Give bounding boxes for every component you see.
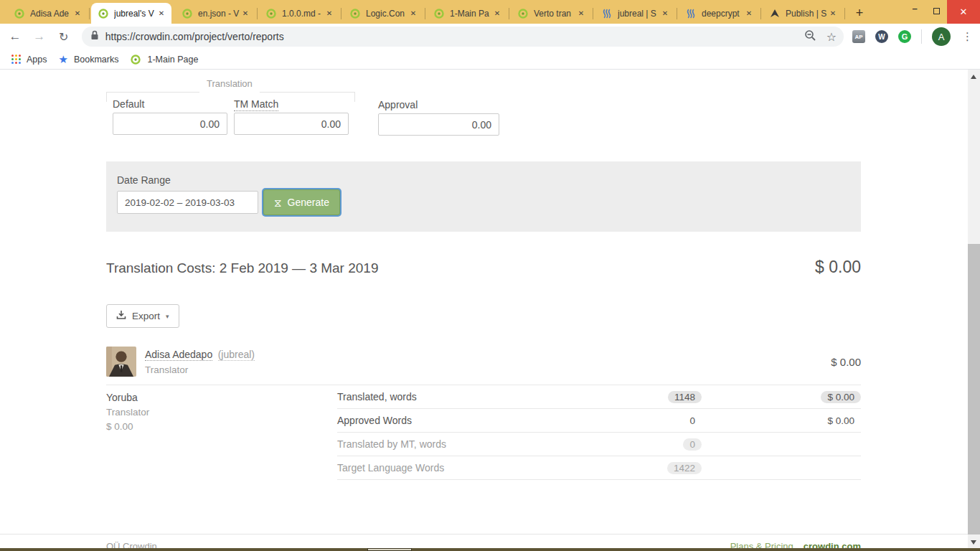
zoom-page-icon[interactable]	[804, 29, 816, 44]
crowdin-favicon-icon	[517, 8, 529, 19]
browser-tab-verto[interactable]: Verto tran	[511, 4, 591, 24]
close-icon[interactable]	[743, 8, 755, 19]
close-icon[interactable]	[659, 8, 671, 19]
approval-rate-input[interactable]	[378, 113, 499, 136]
caret-down-icon	[166, 313, 169, 320]
busy-favicon-icon	[769, 8, 781, 19]
browser-tab-enjson[interactable]: en.json - V	[175, 4, 255, 24]
close-icon[interactable]	[827, 8, 839, 19]
vertical-scrollbar[interactable]	[968, 70, 980, 551]
close-icon[interactable]	[575, 8, 587, 19]
restore-button[interactable]	[925, 0, 947, 22]
row-count-badge: 1148	[668, 391, 702, 403]
row-label: Translated, words	[337, 391, 623, 402]
browser-titlebar: Adisa Ade jubreal's V en.json - V 1.0.0.…	[0, 0, 980, 24]
page-content: Translation Default TM Match Approval Da…	[0, 70, 968, 551]
tab-title: deepcrypt	[702, 9, 743, 19]
generate-button[interactable]: Generate	[263, 189, 340, 215]
browser-tab-mainpage[interactable]: 1-Main Pa	[427, 4, 507, 24]
back-icon[interactable]	[6, 27, 24, 46]
date-range-label: Date Range	[117, 174, 171, 186]
tab-title: 1.0.0.md -	[282, 9, 324, 19]
bookmarks-bar: Apps Bookmarks 1-Main Page	[0, 50, 980, 70]
row-cost: $ 0.00	[827, 415, 861, 426]
profile-avatar[interactable]: A	[932, 27, 951, 46]
scrollbar-thumb[interactable]	[968, 244, 980, 534]
close-icon[interactable]	[156, 8, 167, 19]
row-cost-badge: $ 0.00	[821, 391, 861, 403]
tab-title: Verto tran	[534, 9, 575, 19]
report-total-cost: $ 0.00	[815, 258, 861, 277]
user-row: Adisa Adedapo (jubreal) Translator $ 0.0…	[106, 347, 861, 377]
close-icon[interactable]	[407, 8, 419, 19]
default-rate-input[interactable]	[113, 113, 227, 135]
tab-title: jubreal's V	[114, 9, 156, 19]
costs-table: Yoruba Translator $ 0.00 Translated, wor…	[106, 385, 861, 480]
bookmark-bookmarks-folder[interactable]: Bookmarks	[59, 53, 119, 66]
language-role: Translator	[106, 407, 337, 418]
bookmark-apps[interactable]: Apps	[11, 55, 47, 65]
hourglass-icon	[274, 197, 282, 208]
browser-tab-jubreal-steemit[interactable]: jubreal | S	[595, 4, 675, 24]
reload-icon[interactable]	[55, 27, 73, 46]
bookmark-main-page[interactable]: 1-Main Page	[130, 54, 198, 65]
crowdin-favicon-icon	[98, 8, 109, 19]
user-name-link[interactable]: Adisa Adedapo	[145, 349, 212, 361]
minimize-button[interactable]	[904, 0, 925, 19]
table-row-translated-words: Translated, words 1148 $ 0.00	[337, 385, 861, 409]
browser-toolbar: https://crowdin.com/project/verto/report…	[0, 24, 980, 50]
tab-title: jubreal | S	[618, 9, 659, 19]
chrome-menu-icon[interactable]	[962, 30, 973, 43]
crowdin-favicon-icon	[265, 8, 277, 19]
date-range-input[interactable]	[117, 191, 258, 214]
extensions-area: AP W G A	[852, 27, 980, 46]
user-username-link[interactable]: (jubreal)	[218, 349, 255, 361]
forward-icon[interactable]	[30, 27, 49, 46]
user-meta: Adisa Adedapo (jubreal) Translator	[145, 348, 831, 375]
crowdin-favicon-icon	[349, 8, 361, 19]
browser-tab-logic[interactable]: Logic.Con	[343, 4, 423, 24]
extension-wappalyzer-icon[interactable]: W	[875, 30, 888, 43]
tab-title: en.json - V	[198, 9, 240, 19]
report-title: Translation Costs: 2 Feb 2019 — 3 Mar 20…	[106, 260, 379, 276]
row-count-badge: 0	[683, 438, 702, 451]
table-row-mt-words: Translated by MT, words 0	[337, 433, 861, 456]
address-bar[interactable]: https://crowdin.com/project/verto/report…	[82, 27, 844, 47]
download-icon	[116, 310, 126, 322]
window-close-button[interactable]	[947, 0, 980, 24]
toolbar-divider	[921, 29, 922, 44]
browser-tab-publish[interactable]: Publish | S	[763, 4, 843, 24]
close-icon[interactable]	[324, 8, 335, 19]
export-row: Export	[106, 304, 861, 328]
tab-title: Logic.Con	[366, 9, 407, 19]
close-icon[interactable]	[240, 8, 251, 19]
scroll-up-icon[interactable]	[971, 75, 976, 79]
steemit-favicon-icon	[685, 8, 697, 19]
fieldset-legend: Translation	[199, 78, 260, 93]
crowdin-favicon-icon	[130, 54, 141, 65]
tab-title: Adisa Ade	[30, 9, 72, 19]
steemit-favicon-icon	[601, 8, 613, 19]
crowdin-favicon-icon	[14, 8, 25, 19]
bookmark-label: Bookmarks	[74, 55, 119, 65]
bookmark-star-icon[interactable]	[826, 30, 837, 44]
default-rate-label: Default	[113, 98, 144, 110]
extension-grammarly-icon[interactable]: G	[898, 30, 911, 43]
close-icon[interactable]	[491, 8, 503, 19]
user-role: Translator	[145, 364, 831, 375]
browser-tab-100md[interactable]: 1.0.0.md -	[259, 4, 339, 24]
language-cost: $ 0.00	[106, 421, 337, 432]
export-button[interactable]: Export	[106, 304, 179, 328]
browser-tab-deepcrypt[interactable]: deepcrypt	[679, 4, 759, 24]
close-icon[interactable]	[72, 8, 83, 19]
browser-tab-adisa[interactable]: Adisa Ade	[7, 4, 88, 24]
tm-match-label: TM Match	[234, 98, 278, 111]
lock-icon	[90, 30, 99, 43]
extension-ap-icon[interactable]: AP	[852, 30, 865, 43]
tm-match-input[interactable]	[234, 113, 349, 135]
new-tab-button[interactable]	[849, 4, 870, 24]
scroll-down-icon[interactable]	[971, 540, 976, 545]
export-button-label: Export	[132, 311, 160, 321]
row-label: Approved Words	[337, 415, 623, 426]
browser-tab-jubreal-active[interactable]: jubreal's V	[91, 3, 171, 24]
